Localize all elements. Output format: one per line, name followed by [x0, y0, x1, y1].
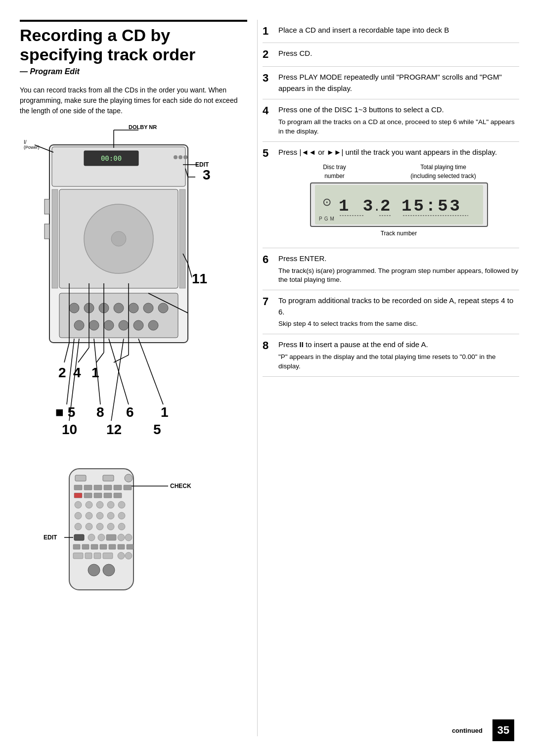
svg-text:⊙: ⊙: [322, 196, 333, 208]
svg-text:CHECK: CHECK: [170, 483, 191, 489]
svg-point-114: [118, 552, 125, 559]
svg-text:1 3: 1 3: [339, 197, 375, 216]
svg-text:2: 2: [58, 365, 66, 380]
svg-point-94: [96, 523, 103, 530]
svg-text:8: 8: [96, 404, 104, 420]
remote-svg: CHECK EDIT: [20, 466, 237, 595]
step-4: 4 Press one of the DISC 1~3 buttons to s…: [263, 99, 519, 141]
page-footer: continued 35: [452, 719, 514, 741]
svg-rect-77: [74, 493, 82, 498]
display-panel: Disc traynumber Total playing time(inclu…: [278, 163, 519, 238]
svg-point-95: [107, 523, 114, 530]
svg-point-84: [96, 501, 103, 508]
svg-line-49: [188, 264, 192, 277]
svg-point-116: [88, 564, 100, 576]
step-number-2: 2: [263, 48, 274, 61]
svg-rect-107: [109, 544, 116, 549]
svg-point-92: [75, 523, 82, 530]
svg-text:I/: I/: [24, 139, 27, 145]
svg-point-10: [129, 303, 138, 313]
svg-rect-106: [100, 544, 107, 549]
step-3-text: Press PLAY MODE repeatedly until "PROGRA…: [278, 73, 502, 92]
step-1: 1 Place a CD and insert a recordable tap…: [263, 20, 519, 43]
svg-rect-80: [104, 493, 112, 498]
step-8-main: Press II to insert a pause at the end of…: [278, 339, 519, 351]
disc-tray-label: Disc traynumber: [323, 164, 346, 179]
display-box: PGM ⊙ 1 3 . 2 15:53: [310, 182, 488, 227]
svg-text:1: 1: [161, 404, 169, 420]
svg-point-96: [118, 523, 125, 530]
svg-point-90: [107, 512, 114, 519]
svg-text:3: 3: [203, 167, 211, 182]
svg-line-64: [138, 339, 163, 404]
svg-text:12: 12: [106, 422, 122, 437]
svg-rect-24: [44, 199, 49, 214]
svg-text:(Power): (Power): [24, 145, 40, 150]
svg-point-4: [111, 231, 126, 246]
step-4-main: Press one of the DISC 1~3 buttons to sel…: [278, 104, 519, 116]
svg-rect-69: [103, 475, 114, 481]
svg-point-9: [114, 303, 124, 313]
svg-text:6: 6: [126, 404, 134, 420]
svg-point-15: [104, 320, 114, 330]
page-number: 35: [492, 719, 514, 741]
svg-rect-81: [114, 493, 122, 498]
svg-point-22: [178, 155, 182, 159]
svg-point-6: [69, 303, 79, 313]
svg-point-13: [74, 320, 84, 330]
svg-point-102: [125, 534, 132, 541]
continued-label: continued: [452, 727, 483, 734]
svg-text:15:53: 15:53: [401, 197, 462, 216]
svg-point-17: [134, 320, 143, 330]
svg-text:5: 5: [153, 422, 161, 437]
svg-point-101: [118, 534, 125, 541]
step-7-main: To program additional tracks to be recor…: [278, 295, 519, 317]
svg-point-99: [98, 534, 105, 541]
total-playing-time-label: Total playing time(including selected tr…: [410, 164, 476, 179]
step-number-8: 8: [263, 339, 274, 352]
svg-rect-75: [114, 485, 122, 490]
step-3: 3 Press PLAY MODE repeatedly until "PROG…: [263, 67, 519, 100]
svg-point-86: [118, 501, 125, 508]
svg-point-89: [96, 512, 103, 519]
svg-rect-112: [94, 553, 101, 559]
step-6-main: Press ENTER.: [278, 253, 519, 265]
step-4-sub: To program all the tracks on a CD at onc…: [278, 118, 519, 136]
step-5-main: Press |◄◄ or ►►| until the track you wan…: [278, 147, 519, 158]
svg-rect-76: [124, 485, 132, 490]
svg-text:10: 10: [62, 422, 77, 437]
step-2-text: Press CD.: [278, 49, 312, 57]
svg-rect-97: [74, 534, 84, 540]
track-number-label: Track number: [381, 229, 417, 238]
instructions-panel: 1 Place a CD and insert a recordable tap…: [257, 20, 519, 736]
svg-rect-5: [59, 293, 178, 338]
svg-point-83: [86, 501, 92, 508]
step-number-3: 3: [263, 72, 274, 85]
svg-rect-72: [84, 485, 92, 490]
svg-text:2: 2: [380, 197, 392, 216]
svg-text:11: 11: [192, 271, 207, 286]
svg-rect-108: [118, 544, 125, 549]
device-diagram: 00:00: [20, 125, 237, 461]
svg-point-93: [86, 523, 92, 530]
svg-rect-25: [44, 224, 49, 239]
svg-line-33: [96, 353, 104, 362]
svg-text:00:00: 00:00: [101, 154, 122, 162]
svg-rect-68: [75, 475, 86, 481]
svg-rect-105: [91, 544, 98, 549]
svg-rect-113: [103, 553, 113, 559]
svg-rect-79: [94, 493, 102, 498]
svg-rect-78: [84, 493, 92, 498]
svg-point-70: [125, 474, 133, 482]
svg-text:DOLBY NR: DOLBY NR: [129, 125, 157, 130]
svg-rect-71: [74, 485, 82, 490]
svg-rect-26: [52, 189, 58, 288]
svg-rect-110: [73, 553, 83, 559]
svg-rect-73: [94, 485, 102, 490]
svg-text:■ 5: ■ 5: [55, 404, 75, 420]
svg-rect-109: [127, 544, 134, 549]
svg-point-16: [119, 320, 129, 330]
svg-rect-74: [104, 485, 112, 490]
svg-point-18: [148, 320, 158, 330]
svg-point-117: [103, 564, 115, 576]
